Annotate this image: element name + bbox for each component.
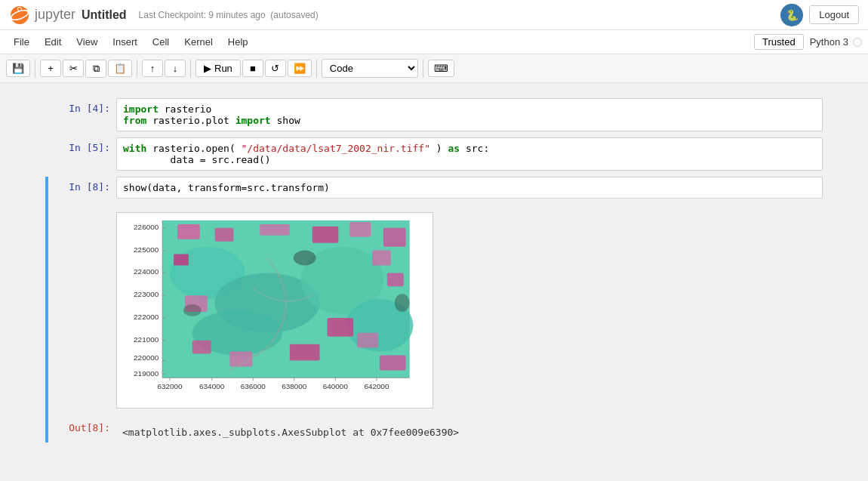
kernel-info: Python 3 [810, 36, 862, 48]
jupyter-wordmark: jupyter [35, 7, 75, 23]
svg-text:632000: 632000 [158, 382, 183, 390]
svg-text:636000: 636000 [241, 382, 266, 390]
cell-3-prompt: In [8]: [48, 177, 116, 193]
svg-rect-25 [380, 356, 406, 371]
kernel-status-indicator [853, 38, 862, 47]
cell-1-line-1: import rasterio [123, 103, 816, 115]
code-rasterio-1: rasterio [165, 103, 212, 115]
menu-insert[interactable]: Insert [105, 33, 145, 51]
satellite-plot: 226000 225000 224000 223000 222000 22100… [116, 212, 433, 409]
checkpoint-info: Last Checkpoint: 9 minutes ago (autosave… [139, 10, 319, 20]
svg-point-27 [183, 304, 202, 316]
run-icon: ▶ [204, 63, 211, 74]
menu-file[interactable]: File [6, 33, 37, 51]
svg-point-26 [294, 251, 316, 266]
svg-rect-16 [174, 254, 189, 266]
svg-text:225000: 225000 [134, 245, 159, 254]
run-label: Run [214, 63, 232, 74]
cell-type-dropdown[interactable]: Code Markdown Raw NBConvert Heading [322, 59, 418, 78]
keyboard-shortcuts-button[interactable]: ⌨ [428, 60, 454, 77]
svg-point-2 [18, 7, 22, 11]
jupyter-icon [9, 5, 30, 26]
cell-3-content: In [8]: show(data, transform=src.transfo… [48, 177, 823, 442]
cell-2-input[interactable]: with rasterio.open( "/data/data/lsat7_20… [116, 137, 823, 171]
svg-text:224000: 224000 [134, 267, 159, 276]
keyword-from: from [123, 115, 146, 126]
plot-area: 226000 225000 224000 223000 222000 22100… [116, 206, 433, 415]
plot-output: 226000 225000 224000 223000 222000 22100… [48, 206, 823, 415]
svg-text:634000: 634000 [199, 382, 225, 390]
notebook-title[interactable]: Untitled [82, 8, 127, 22]
move-up-button[interactable]: ↑ [142, 60, 163, 77]
svg-text:642000: 642000 [364, 382, 389, 390]
cell-3-input-row: In [8]: show(data, transform=src.transfo… [48, 177, 823, 199]
stop-button[interactable]: ■ [242, 60, 263, 77]
keyword-import-1: import [123, 103, 159, 115]
string-filepath: "/data/data/lsat7_2002_nir.tiff" [242, 143, 430, 154]
restart-button[interactable]: ↺ [265, 60, 286, 77]
add-cell-button[interactable]: + [40, 60, 61, 77]
notebook-container: In [4]: import rasterio from rasterio.pl… [0, 83, 868, 473]
menu-view[interactable]: View [69, 33, 105, 51]
svg-rect-13 [312, 227, 339, 243]
cell-2-line-1: with rasterio.open( "/data/data/lsat7_20… [123, 143, 816, 154]
logout-button[interactable]: Logout [809, 5, 859, 24]
code-show-call: show(data, transform=src.transform) [123, 182, 330, 193]
trusted-button[interactable]: Trusted [754, 34, 804, 50]
jupyter-logo: jupyter [9, 5, 75, 26]
svg-rect-15 [383, 228, 406, 247]
svg-text:222000: 222000 [134, 313, 159, 321]
svg-rect-14 [349, 222, 371, 237]
keyword-with: with [123, 143, 146, 154]
svg-rect-22 [192, 341, 211, 354]
save-button[interactable]: 💾 [6, 60, 30, 77]
kernel-name: Python 3 [810, 36, 848, 48]
cell-1-prompt: In [4]: [48, 98, 116, 114]
code-module: rasterio.plot [152, 115, 235, 126]
paste-cell-button[interactable]: 📋 [108, 60, 132, 77]
svg-rect-20 [327, 318, 353, 337]
cut-cell-button[interactable]: ✂ [63, 60, 84, 77]
toolbar-separator-1 [35, 60, 35, 78]
cell-3-output-prompt: Out[8]: [48, 422, 116, 433]
cell-1: In [4]: import rasterio from rasterio.pl… [45, 98, 823, 131]
svg-text:223000: 223000 [134, 290, 159, 298]
cell-2-prompt: In [5]: [48, 137, 116, 153]
svg-text:220000: 220000 [134, 353, 159, 362]
svg-rect-24 [290, 344, 320, 361]
svg-rect-12 [260, 224, 290, 236]
svg-rect-18 [387, 273, 404, 286]
cell-2-line-2: data = src.read() [123, 154, 816, 165]
code-data-read: data = src.read() [123, 154, 271, 165]
cell-3-input[interactable]: show(data, transform=src.transform) [116, 177, 823, 199]
cell-3: In [8]: show(data, transform=src.transfo… [45, 177, 823, 442]
toolbar: 💾 + ✂ ⧉ 📋 ↑ ↓ ▶ Run ■ ↺ ⏩ Code Markdown … [0, 54, 868, 83]
header-right: 🐍 Logout [780, 4, 859, 26]
output-value: <matplotlib.axes._subplots.AxesSubplot a… [122, 427, 459, 438]
menu-cell[interactable]: Cell [145, 33, 177, 51]
restart-run-button[interactable]: ⏩ [288, 60, 312, 77]
toolbar-separator-2 [137, 60, 137, 78]
toolbar-separator-4 [316, 60, 317, 78]
cell-3-output-row: Out[8]: <matplotlib.axes._subplots.AxesS… [48, 422, 823, 442]
keyword-import-2: import [235, 115, 271, 126]
copy-cell-button[interactable]: ⧉ [85, 60, 106, 78]
svg-text:638000: 638000 [282, 382, 307, 390]
svg-text:226000: 226000 [134, 223, 159, 231]
svg-rect-21 [357, 333, 378, 348]
cell-1-line-2: from rasterio.plot import show [123, 115, 816, 126]
menu-help[interactable]: Help [220, 33, 256, 51]
svg-point-28 [395, 294, 410, 312]
cell-1-input[interactable]: import rasterio from rasterio.plot impor… [116, 98, 823, 131]
svg-text:640000: 640000 [323, 382, 349, 390]
cell-2: In [5]: with rasterio.open( "/data/data/… [45, 137, 823, 171]
toolbar-separator-5 [423, 60, 423, 78]
menu-kernel[interactable]: Kernel [177, 33, 220, 51]
move-down-button[interactable]: ↓ [165, 60, 186, 77]
menu-edit[interactable]: Edit [37, 33, 69, 51]
code-rasterio-open: rasterio.open( [152, 143, 235, 154]
header: jupyter Untitled Last Checkpoint: 9 minu… [0, 0, 868, 30]
run-button[interactable]: ▶ Run [195, 60, 241, 77]
svg-rect-17 [372, 251, 391, 266]
svg-rect-11 [215, 228, 234, 242]
